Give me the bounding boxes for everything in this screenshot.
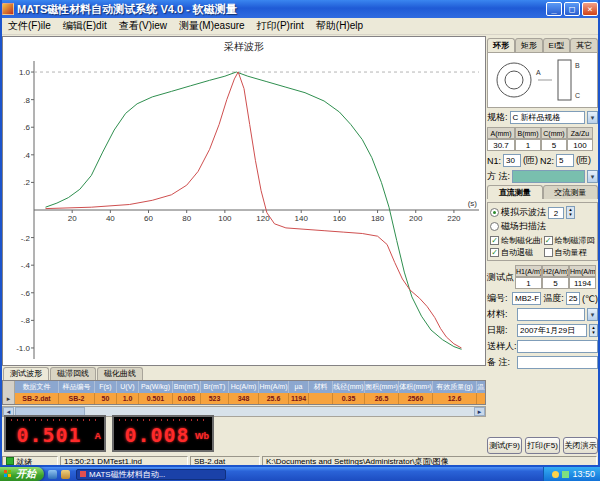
quick-launch-icon-1[interactable] (48, 470, 57, 479)
tray-icon-2[interactable] (562, 471, 569, 478)
col-header-1[interactable]: 样品编号 (59, 381, 95, 393)
cell-14[interactable]: 12.6 (433, 393, 477, 405)
minimize-button[interactable]: _ (546, 2, 562, 16)
cell-2[interactable]: 50 (95, 393, 117, 405)
x-tick-label-3: 80 (182, 214, 191, 223)
close-button[interactable]: × (582, 2, 598, 16)
menu-item-0[interactable]: 文件(F)ile (2, 18, 57, 34)
radio-0[interactable] (490, 208, 499, 217)
date-spinner[interactable]: ▴▾ (589, 324, 598, 337)
col-header-12[interactable]: 面积(mm²) (365, 381, 399, 393)
cell-8[interactable]: 25.6 (259, 393, 289, 405)
col-header-5[interactable]: Bm(mT) (173, 381, 201, 393)
spec-select[interactable]: C 新样品规格 (510, 111, 585, 124)
col-header-7[interactable]: Hc(A/m) (229, 381, 259, 393)
cell-6[interactable]: 523 (201, 393, 229, 405)
col-header-0[interactable]: 数据文件 (15, 381, 59, 393)
radio-1[interactable] (490, 222, 499, 231)
checkbox-1[interactable]: ✓ (544, 236, 553, 245)
action-button-0[interactable]: 测试(F9) (487, 437, 522, 454)
checkbox-2[interactable]: ✓ (490, 248, 499, 257)
view-tab-0[interactable]: 测试波形 (3, 367, 49, 380)
dims-value-3[interactable]: 100 (567, 139, 593, 151)
col-header-4[interactable]: Pa(W/kg) (139, 381, 173, 393)
action-button-1[interactable]: 打印(F5) (525, 437, 560, 454)
app-icon (2, 3, 14, 15)
shape-tab-2[interactable]: EI型 (543, 38, 571, 52)
tp-value-0[interactable]: 1 (515, 277, 542, 289)
row-selector[interactable]: ▸ (3, 393, 15, 405)
measure-tab-0[interactable]: 直流测量 (487, 185, 543, 199)
method-select[interactable] (512, 170, 585, 183)
toroid-core-drawing: A B C (488, 53, 595, 107)
temp-input[interactable]: 25 (566, 292, 580, 305)
col-header-2[interactable]: F(s) (95, 381, 117, 393)
y-tick-label-1: .8 (23, 96, 30, 105)
cell-5[interactable]: 0.008 (173, 393, 201, 405)
maximize-button[interactable]: □ (564, 2, 580, 16)
sender-input[interactable] (517, 340, 598, 353)
cell-3[interactable]: 1.0 (117, 393, 139, 405)
col-header-13[interactable]: 体积(mm³) (399, 381, 433, 393)
tray-icon-1[interactable] (552, 471, 559, 478)
col-header-10[interactable]: 材料 (309, 381, 333, 393)
waveform-chart[interactable]: 1.0.8.6.4.2-.2-.4-.6-.8-1.02040608010012… (4, 51, 483, 365)
col-header-3[interactable]: U(V) (117, 381, 139, 393)
cell-12[interactable]: 26.5 (365, 393, 399, 405)
shape-tab-3[interactable]: 其它 (570, 38, 598, 52)
checkbox-3[interactable] (544, 248, 553, 257)
steps-spinner[interactable]: ▴▾ (566, 206, 575, 219)
checkbox-0[interactable]: ✓ (490, 236, 499, 245)
shape-tab-0[interactable]: 环形 (487, 38, 515, 52)
dims-value-0[interactable]: 30.7 (487, 139, 515, 151)
cell-13[interactable]: 2560 (399, 393, 433, 405)
start-button[interactable]: 开始 (0, 467, 44, 481)
n1-input[interactable]: 30 (503, 154, 521, 167)
cell-1[interactable]: SB-2 (59, 393, 95, 405)
steps-input[interactable]: 2 (548, 207, 564, 219)
menu-item-3[interactable]: 测量(M)easure (173, 18, 251, 34)
n2-unit: (匝) (576, 154, 591, 167)
table-row[interactable]: ▸SB-2.datSB-2501.00.5010.00852334825.611… (3, 393, 485, 405)
taskbar-task-button[interactable]: MATS磁性材料自动... (76, 469, 226, 480)
menu-item-4[interactable]: 打印(P)rint (251, 18, 310, 34)
core-shape-tabs: 环形矩形EI型其它 (487, 38, 598, 52)
turns-row: N1: 30 (匝) N2: 5 (匝) (487, 154, 598, 167)
view-tab-1[interactable]: 磁滞回线 (50, 367, 96, 380)
cell-11[interactable]: 0.35 (333, 393, 365, 405)
n2-input[interactable]: 5 (556, 154, 574, 167)
shape-tab-1[interactable]: 矩形 (515, 38, 543, 52)
menu-item-1[interactable]: 编辑(E)dit (57, 18, 113, 34)
scroll-right-arrow[interactable]: ► (474, 407, 485, 416)
menu-item-2[interactable]: 查看(V)iew (113, 18, 173, 34)
material-dropdown-arrow[interactable]: ▾ (587, 308, 598, 321)
tp-value-1[interactable]: 5 (542, 277, 569, 289)
spec-dropdown-arrow[interactable]: ▾ (587, 111, 598, 124)
col-header-8[interactable]: Hm(A/m) (259, 381, 289, 393)
col-header-11[interactable]: 线径(mm) (333, 381, 365, 393)
dims-value-2[interactable]: 5 (541, 139, 567, 151)
date-input[interactable]: 2007年1月29日 (517, 324, 587, 337)
measure-tab-1[interactable]: 交流测量 (543, 185, 599, 199)
col-header-6[interactable]: Br(mT) (201, 381, 229, 393)
cell-10[interactable] (309, 393, 333, 405)
method-dropdown-arrow[interactable]: ▾ (587, 170, 598, 183)
cell-7[interactable]: 348 (229, 393, 259, 405)
action-button-2[interactable]: 关闭演示 (563, 437, 598, 454)
cell-9[interactable]: 1194 (289, 393, 309, 405)
note-input[interactable] (517, 356, 598, 369)
cell-4[interactable]: 0.501 (139, 393, 173, 405)
col-header-14[interactable]: 有效质量(g) (433, 381, 477, 393)
quick-launch-icon-2[interactable] (61, 470, 70, 479)
material-select[interactable] (517, 308, 585, 321)
col-header-9[interactable]: μa (289, 381, 309, 393)
tp-value-2[interactable]: 1194 (569, 277, 596, 289)
view-tab-2[interactable]: 磁化曲线 (97, 367, 143, 380)
sample-id-input[interactable]: MB2-F (512, 292, 541, 305)
menu-item-5[interactable]: 帮助(H)elp (310, 18, 369, 34)
col-header-15[interactable]: 温度(℃) (477, 381, 486, 393)
dims-value-1[interactable]: 1 (515, 139, 541, 151)
cell-15[interactable]: 25 (477, 393, 486, 405)
method-row: 方 法: ▾ (487, 170, 598, 183)
cell-0[interactable]: SB-2.dat (15, 393, 59, 405)
